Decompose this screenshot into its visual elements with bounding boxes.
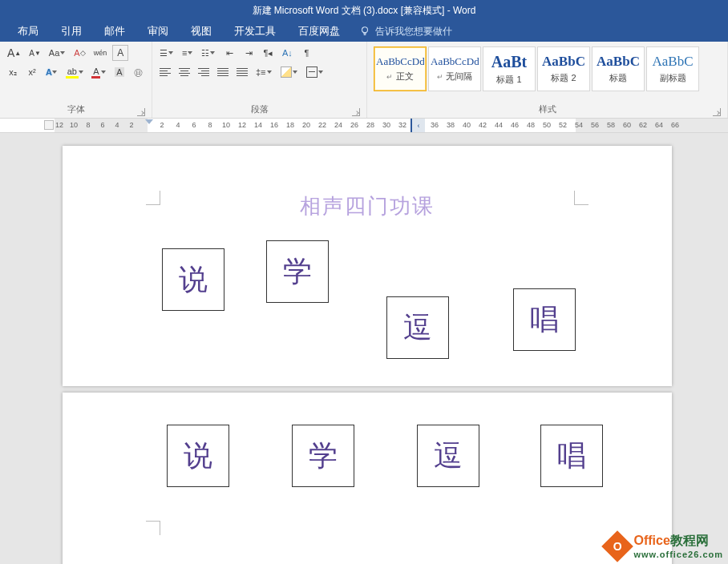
ruler-tick: 6 — [100, 121, 104, 129]
ruler-tick: 32 — [398, 121, 406, 129]
align-center-button[interactable] — [176, 64, 192, 80]
style-nospacing[interactable]: AaBbCcDd↵ 无间隔 — [428, 46, 481, 91]
text-box-p1-2[interactable]: 逗 — [386, 296, 449, 359]
ruler-tick: 36 — [431, 121, 439, 129]
tell-me-text: 告诉我您想要做什 — [375, 25, 452, 38]
page-2[interactable]: 说学逗唱 — [63, 393, 672, 564]
line-spacing-button[interactable]: ‡≡ — [253, 64, 275, 80]
tab-review[interactable]: 审阅 — [136, 21, 180, 42]
multilevel-button[interactable]: ☷ — [199, 45, 218, 61]
align-right-button[interactable] — [196, 64, 212, 80]
style-normal[interactable]: AaBbCcDd↵ 正文 — [374, 46, 427, 91]
increase-indent-button[interactable]: ⇥ — [241, 45, 257, 61]
text-box-p2-2[interactable]: 逗 — [417, 425, 479, 487]
style-title[interactable]: AaBbC标题 — [592, 46, 645, 91]
group-font: A▲ A▼ Aa A◇ wén A x₂ x² A ab A A ㊐ 字体 — [0, 42, 152, 118]
ruler-tick: 24 — [334, 121, 342, 129]
page-1[interactable]: 相声四门功课 说学逗唱 — [63, 146, 672, 386]
shading-icon — [281, 66, 292, 78]
group-styles: AaBbCcDd↵ 正文 AaBbCcDd↵ 无间隔 AaBt标题 1 AaBb… — [367, 42, 728, 118]
ltr-button[interactable]: ¶◂ — [260, 45, 276, 61]
highlight-button[interactable]: ab — [63, 64, 86, 80]
change-case-button[interactable]: Aa — [47, 45, 68, 61]
enclose-button[interactable]: ㊐ — [131, 64, 147, 80]
align-left-button[interactable] — [157, 64, 173, 80]
font-color-button[interactable]: A — [89, 64, 108, 80]
ruler-tick: 46 — [511, 121, 519, 129]
ruler-tick: 6 — [192, 121, 196, 129]
ruler-tick: 10 — [70, 121, 78, 129]
tab-baidu[interactable]: 百度网盘 — [287, 21, 351, 42]
paragraph-dialog-launcher[interactable] — [352, 108, 360, 116]
watermark: O Office教程网 www.office26.com — [606, 533, 723, 559]
ruler-tick: 4 — [115, 121, 119, 129]
shading-button[interactable] — [278, 64, 301, 80]
first-line-indent-marker[interactable] — [145, 119, 153, 133]
text-box-p1-0[interactable]: 说 — [162, 248, 224, 311]
group-paragraph: ☰ ≡ ☷ ⇤ ⇥ ¶◂ A↓ ¶ ‡≡ 段落 — [152, 42, 367, 118]
ruler-margin-marker[interactable]: ‹ — [411, 119, 425, 132]
ruler-tick: 38 — [447, 121, 455, 129]
style-heading2[interactable]: AaBbC标题 2 — [537, 46, 590, 91]
watermark-brand2: 教程网 — [670, 534, 709, 547]
font-dialog-launcher[interactable] — [137, 108, 145, 116]
styles-dialog-launcher[interactable] — [713, 108, 721, 116]
align-distribute-button[interactable] — [234, 64, 250, 80]
ruler-tick: 54 — [575, 121, 583, 129]
text-box-p2-1[interactable]: 学 — [292, 425, 354, 487]
clear-format-button[interactable]: A◇ — [71, 45, 87, 61]
ruler-tick: 52 — [559, 121, 567, 129]
ruler-tick: 66 — [671, 121, 679, 129]
superscript-button[interactable]: x² — [24, 64, 40, 80]
text-box-p2-3[interactable]: 唱 — [540, 425, 603, 487]
tab-view[interactable]: 视图 — [180, 21, 223, 42]
ruler-tick: 16 — [270, 121, 278, 129]
ruler-tick: 64 — [655, 121, 663, 129]
tab-selector[interactable] — [44, 120, 54, 130]
char-border-button[interactable]: A — [112, 45, 128, 61]
phonetic-button[interactable]: wén — [91, 45, 110, 61]
style-subtitle[interactable]: AaBbC副标题 — [646, 46, 699, 91]
ruler-tick: 20 — [302, 121, 310, 129]
watermark-logo-icon: O — [602, 530, 634, 562]
ruler-tick: 10 — [222, 121, 230, 129]
text-box-p1-3[interactable]: 唱 — [513, 288, 576, 351]
document-title-text[interactable]: 相声四门功课 — [63, 192, 672, 220]
ruler-tick: 44 — [495, 121, 503, 129]
margin-corner-bl — [146, 521, 160, 535]
grow-font-button[interactable]: A▲ — [5, 45, 23, 61]
tab-mailings[interactable]: 邮件 — [93, 21, 136, 42]
style-heading1[interactable]: AaBt标题 1 — [483, 46, 536, 91]
group-styles-label: 样式 — [372, 103, 722, 118]
ruler-tick: 40 — [463, 121, 471, 129]
show-marks-button[interactable]: ¶ — [298, 45, 314, 61]
lightbulb-icon — [359, 26, 370, 37]
text-box-p2-0[interactable]: 说 — [167, 425, 229, 487]
bullets-button[interactable]: ☰ — [157, 45, 176, 61]
tell-me[interactable]: 告诉我您想要做什 — [359, 25, 452, 38]
text-box-p1-1[interactable]: 学 — [266, 240, 329, 303]
ruler-tick: 18 — [286, 121, 294, 129]
subscript-button[interactable]: x₂ — [5, 64, 21, 80]
char-shading-button[interactable]: A — [111, 64, 127, 80]
tab-references[interactable]: 引用 — [50, 21, 93, 42]
align-justify-button[interactable] — [215, 64, 231, 80]
ruler-tick: 22 — [318, 121, 326, 129]
numbering-button[interactable]: ≡ — [180, 45, 196, 61]
sort-button[interactable]: A↓ — [279, 45, 295, 61]
shrink-font-button[interactable]: A▼ — [26, 45, 43, 61]
tab-layout[interactable]: 布局 — [6, 21, 50, 42]
title-bar: 新建 Microsoft Word 文档 (3).docx [兼容模式] - W… — [0, 0, 728, 21]
borders-button[interactable] — [304, 64, 326, 80]
tab-developer[interactable]: 开发工具 — [223, 21, 287, 42]
ruler-tick: 8 — [208, 121, 212, 129]
ruler-tick: 2 — [160, 121, 164, 129]
watermark-url: www.office26.com — [633, 550, 723, 559]
style-gallery[interactable]: AaBbCcDd↵ 正文 AaBbCcDd↵ 无间隔 AaBt标题 1 AaBb… — [372, 45, 722, 91]
horizontal-ruler[interactable]: 1210864224681012141618202224262830323436… — [0, 119, 728, 133]
decrease-indent-button[interactable]: ⇤ — [221, 45, 237, 61]
document-area[interactable]: 相声四门功课 说学逗唱 说学逗唱 — [0, 133, 728, 564]
text-effects-button[interactable]: A — [43, 64, 60, 80]
ruler-tick: 58 — [607, 121, 615, 129]
window-title: 新建 Microsoft Word 文档 (3).docx [兼容模式] - W… — [253, 5, 476, 16]
